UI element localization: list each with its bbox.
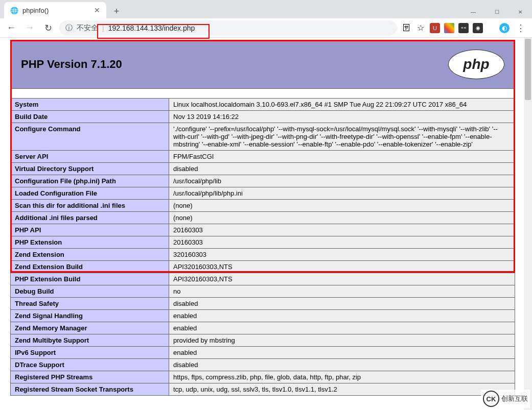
config-key: Registered Stream Socket Transports xyxy=(11,383,169,396)
config-key: Zend Extension Build xyxy=(11,261,169,273)
table-row: Build DateNov 13 2019 14:16:22 xyxy=(11,111,515,123)
page-title: PHP Version 7.1.20 xyxy=(21,58,122,71)
table-row: SystemLinux localhost.localdomain 3.10.0… xyxy=(11,99,515,111)
table-row: Virtual Directory Supportdisabled xyxy=(11,163,515,175)
table-row: PHP Extension BuildAPI320160303,NTS xyxy=(11,273,515,285)
watermark: CK 创新互联 xyxy=(481,390,530,408)
scrollbar[interactable] xyxy=(524,38,532,410)
config-key: Build Date xyxy=(11,111,169,123)
url-bar[interactable]: ⓘ 不安全 | 192.168.144.133/index.php xyxy=(59,20,397,36)
table-row: Registered Stream Socket Transportstcp, … xyxy=(11,383,515,396)
table-row: Thread Safetydisabled xyxy=(11,298,515,310)
config-key: Thread Safety xyxy=(11,298,169,310)
config-key: Server API xyxy=(11,151,169,163)
blue-extension-icon[interactable]: ◐ xyxy=(499,23,510,33)
table-row: Zend Signal Handlingenabled xyxy=(11,310,515,322)
config-key: Debug Build xyxy=(11,285,169,298)
config-value: disabled xyxy=(169,163,515,175)
table-row: Configure Command'./configure' '--prefix… xyxy=(11,123,515,151)
php-logo: php xyxy=(448,50,504,79)
table-row: Debug Buildno xyxy=(11,285,515,298)
phpinfo-table: SystemLinux localhost.localdomain 3.10.0… xyxy=(10,98,515,396)
insecure-label: 不安全 xyxy=(77,23,98,33)
forward-button[interactable]: → xyxy=(22,21,37,35)
config-key: Additional .ini files parsed xyxy=(11,212,169,224)
extension-icon[interactable]: 👓 xyxy=(458,23,469,33)
config-value: /usr/local/php/lib/php.ini xyxy=(169,187,515,200)
page-viewport[interactable]: PHP Version 7.1.20 php SystemLinux local… xyxy=(0,38,532,410)
window-maximize-button[interactable]: ☐ xyxy=(485,4,508,19)
globe-icon: 🌐 xyxy=(10,6,18,14)
config-key: Loaded Configuration File xyxy=(11,187,169,200)
config-key: Scan this dir for additional .ini files xyxy=(11,200,169,212)
tab-title: phpinfo() xyxy=(22,7,90,14)
config-value: Nov 13 2019 14:16:22 xyxy=(169,111,515,123)
address-bar: ← → ↻ ⓘ 不安全 | 192.168.144.133/index.php … xyxy=(0,18,532,38)
ublock-extension-icon[interactable]: U xyxy=(430,23,440,33)
config-value: https, ftps, compress.zlib, php, file, g… xyxy=(169,371,515,383)
config-key: Configuration File (php.ini) Path xyxy=(11,175,169,187)
table-row: Configuration File (php.ini) Path/usr/lo… xyxy=(11,175,515,187)
table-row: Registered PHP Streamshttps, ftps, compr… xyxy=(11,371,515,383)
config-key: Zend Multibyte Support xyxy=(11,334,169,347)
table-row: PHP API20160303 xyxy=(11,224,515,236)
config-value: disabled xyxy=(169,359,515,371)
window-minimize-button[interactable]: — xyxy=(461,4,485,19)
config-value: no xyxy=(169,285,515,298)
table-row: Scan this dir for additional .ini files(… xyxy=(11,200,515,212)
phpinfo-header: PHP Version 7.1.20 php xyxy=(10,40,515,89)
config-key: PHP API xyxy=(11,224,169,236)
config-value: tcp, udp, unix, udg, ssl, sslv3, tls, tl… xyxy=(169,383,515,396)
url-text: 192.168.144.133/index.php xyxy=(108,24,195,32)
config-key: DTrace Support xyxy=(11,359,169,371)
table-row: Loaded Configuration File/usr/local/php/… xyxy=(11,187,515,200)
config-value: './configure' '--prefix=/usr/local/php' … xyxy=(169,123,515,151)
table-row: Zend Extension320160303 xyxy=(11,249,515,261)
window-close-button[interactable]: ✕ xyxy=(508,4,532,19)
config-value: 320160303 xyxy=(169,249,515,261)
config-value: provided by mbstring xyxy=(169,334,515,347)
browser-tab[interactable]: 🌐 phpinfo() ✕ xyxy=(4,2,106,18)
config-value: /usr/local/php/lib xyxy=(169,175,515,187)
back-button[interactable]: ← xyxy=(4,21,18,35)
table-row: Zend Memory Managerenabled xyxy=(11,322,515,334)
table-row: Additional .ini files parsed(none) xyxy=(11,212,515,224)
config-value: (none) xyxy=(169,212,515,224)
config-value: disabled xyxy=(169,298,515,310)
bookmark-star-icon[interactable]: ☆ xyxy=(415,23,426,33)
table-row: Zend Extension BuildAPI320160303,NTS xyxy=(11,261,515,273)
config-value: enabled xyxy=(169,322,515,334)
config-value: FPM/FastCGI xyxy=(169,151,515,163)
config-value: Linux localhost.localdomain 3.10.0-693.e… xyxy=(169,99,515,111)
tab-strip: 🌐 phpinfo() ✕ + — ☐ ✕ xyxy=(0,0,532,18)
config-key: Registered PHP Streams xyxy=(11,371,169,383)
table-row: PHP Extension20160303 xyxy=(11,236,515,249)
config-value: API320160303,NTS xyxy=(169,261,515,273)
camera-extension-icon[interactable]: ◉ xyxy=(473,23,483,33)
config-value: enabled xyxy=(169,347,515,359)
new-tab-button[interactable]: + xyxy=(109,4,124,18)
config-value: 20160303 xyxy=(169,236,515,249)
site-info-icon[interactable]: ⓘ xyxy=(65,23,73,33)
reload-button[interactable]: ↻ xyxy=(41,21,55,35)
watermark-logo: CK xyxy=(483,391,499,407)
config-value: (none) xyxy=(169,200,515,212)
close-tab-icon[interactable]: ✕ xyxy=(94,6,100,14)
config-key: Zend Memory Manager xyxy=(11,322,169,334)
translate-icon[interactable]: 🈂 xyxy=(401,23,411,33)
config-key: Zend Signal Handling xyxy=(11,310,169,322)
config-key: Virtual Directory Support xyxy=(11,163,169,175)
table-row: Server APIFPM/FastCGI xyxy=(11,151,515,163)
table-row: IPv6 Supportenabled xyxy=(11,347,515,359)
scrollbar-thumb[interactable] xyxy=(525,39,531,100)
browser-menu-button[interactable]: ⋮ xyxy=(514,21,528,35)
config-value: 20160303 xyxy=(169,224,515,236)
config-key: Zend Extension xyxy=(11,249,169,261)
config-key: Configure Command xyxy=(11,123,169,151)
table-row: DTrace Supportdisabled xyxy=(11,359,515,371)
google-extension-icon[interactable] xyxy=(444,23,454,33)
config-key: IPv6 Support xyxy=(11,347,169,359)
config-value: API320160303,NTS xyxy=(169,273,515,285)
watermark-text: 创新互联 xyxy=(501,394,528,403)
config-key: PHP Extension Build xyxy=(11,273,169,285)
